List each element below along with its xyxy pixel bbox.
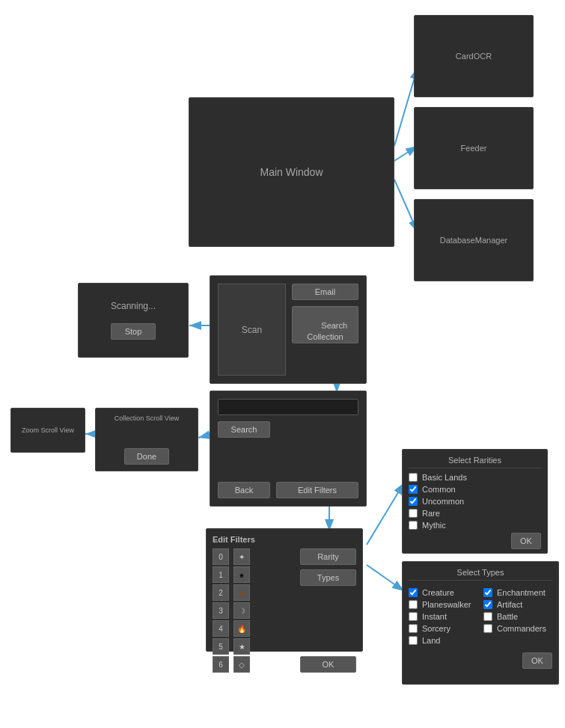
edit-filters-ok-button[interactable]: OK xyxy=(300,656,356,673)
type-enchantment[interactable]: Enchantment xyxy=(483,588,552,597)
feeder-title: Feeder xyxy=(461,144,487,153)
edit-filters-button[interactable]: Edit Filters xyxy=(276,482,358,498)
zoom-scroll-label: Zoom Scroll View xyxy=(22,426,74,434)
search-button[interactable]: Search xyxy=(218,421,270,438)
dbmanager-window: DatabaseManager xyxy=(414,199,534,281)
controls-window: Scan Email Search Collection xyxy=(210,275,367,384)
collection-done-button[interactable]: Done xyxy=(124,448,169,465)
rarity-button[interactable]: Rarity xyxy=(300,548,356,565)
select-rarities-title: Select Rarities xyxy=(409,456,541,468)
dbmanager-title: DatabaseManager xyxy=(440,236,508,245)
edit-filters-title: Edit Filters xyxy=(213,535,356,544)
rarity-mythic[interactable]: Mythic xyxy=(409,521,541,530)
cardocr-title: CardOCR xyxy=(456,52,492,61)
type-commanders[interactable]: Commanders xyxy=(483,624,552,633)
feeder-window: Feeder xyxy=(414,107,534,189)
types-button[interactable]: Types xyxy=(300,569,356,586)
select-types-title: Select Types xyxy=(409,568,552,581)
scan-label: Scan xyxy=(242,325,262,335)
rarity-common[interactable]: Common xyxy=(409,485,541,494)
type-instant[interactable]: Instant xyxy=(409,612,477,621)
main-window: Main Window xyxy=(189,97,394,247)
types-ok-button[interactable]: OK xyxy=(522,652,552,669)
scanning-window: Scanning... Stop xyxy=(78,283,189,358)
main-window-title: Main Window xyxy=(260,166,323,178)
collection-scroll-window: Collection Scroll View Done xyxy=(95,408,198,471)
type-artifact[interactable]: Artifact xyxy=(483,600,552,609)
search-input[interactable] xyxy=(218,399,358,415)
rarity-rare[interactable]: Rare xyxy=(409,509,541,518)
type-creature[interactable]: Creature xyxy=(409,588,477,597)
type-planeswalker[interactable]: Planeswalker xyxy=(409,600,477,609)
select-types-window: Select Types Creature Planeswalker Insta… xyxy=(402,561,559,685)
scanning-label: Scanning... xyxy=(111,301,156,311)
back-button[interactable]: Back xyxy=(218,482,270,498)
search-collection-button[interactable]: Search Collection xyxy=(292,306,358,343)
type-battle[interactable]: Battle xyxy=(483,612,552,621)
email-button[interactable]: Email xyxy=(292,284,358,300)
cardocr-window: CardOCR xyxy=(414,15,534,97)
zoom-scroll-window: Zoom Scroll View xyxy=(10,408,85,453)
type-land[interactable]: Land xyxy=(409,636,477,645)
type-sorcery[interactable]: Sorcery xyxy=(409,624,477,633)
rarities-ok-button[interactable]: OK xyxy=(511,533,541,549)
select-rarities-window: Select Rarities Basic Lands Common Uncom… xyxy=(402,449,548,554)
rarity-uncommon[interactable]: Uncommon xyxy=(409,497,541,506)
rarity-basic-lands[interactable]: Basic Lands xyxy=(409,473,541,482)
edit-filters-window: Edit Filters 0 1 2 3 4 5 6 ✦ ♠ ♣ ☽ 🔥 ★ ◇… xyxy=(206,528,363,652)
collection-scroll-label: Collection Scroll View xyxy=(114,415,179,422)
search-window: Search Back Edit Filters xyxy=(210,391,367,507)
stop-button[interactable]: Stop xyxy=(111,323,156,340)
